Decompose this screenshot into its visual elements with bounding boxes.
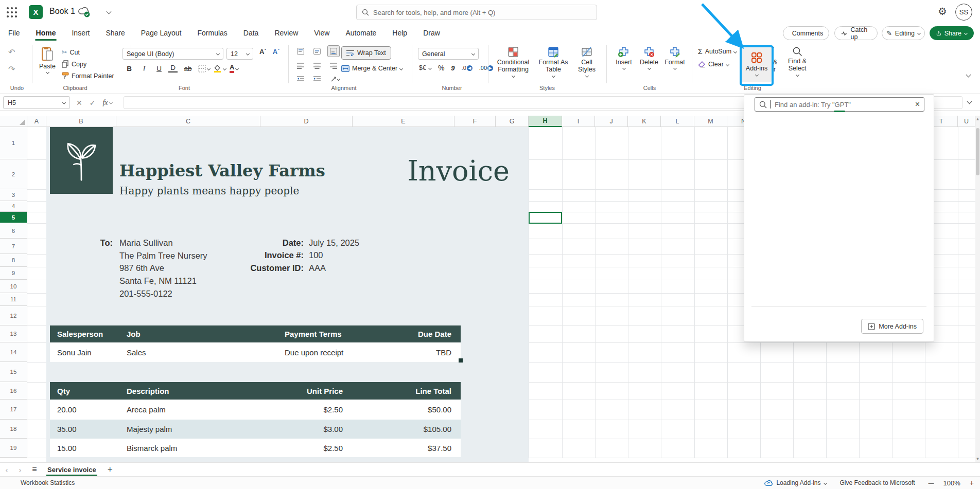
paste-button[interactable]: Paste xyxy=(36,46,59,74)
app-launcher-icon[interactable] xyxy=(6,7,18,18)
column-header-K[interactable]: K xyxy=(628,116,661,127)
menu-tab-insert[interactable]: Insert xyxy=(71,27,91,39)
align-left-button[interactable] xyxy=(294,60,307,71)
excel-logo[interactable]: X xyxy=(29,5,43,19)
table-cell[interactable]: $2.50 xyxy=(281,439,350,457)
row-header-2[interactable]: 2 xyxy=(0,159,27,189)
number-format-select[interactable]: General xyxy=(418,48,479,60)
align-middle-button[interactable] xyxy=(311,45,323,57)
row-header-6[interactable]: 6 xyxy=(0,223,27,239)
table-cell[interactable]: Due upon receipt xyxy=(277,342,404,362)
vertical-scrollbar-thumb[interactable] xyxy=(976,128,979,175)
menu-tab-page-layout[interactable]: Page Layout xyxy=(140,27,183,39)
settings-gear-icon[interactable]: ⚙ xyxy=(938,5,947,17)
find-select-button[interactable]: Find & Select xyxy=(784,46,810,76)
italic-button[interactable]: I xyxy=(138,64,150,73)
row-header-8[interactable]: 8 xyxy=(0,254,27,267)
column-header-H[interactable]: H xyxy=(529,116,562,127)
zoom-in-icon[interactable]: + xyxy=(970,479,974,487)
row-header-16[interactable]: 16 xyxy=(0,382,27,400)
redo-icon[interactable]: ↷ xyxy=(8,64,15,74)
table-cell[interactable]: Sales xyxy=(119,342,277,362)
workbook-statistics[interactable]: Workbook Statistics xyxy=(21,479,75,486)
table-cell[interactable]: $105.00 xyxy=(350,420,461,439)
table-header-cell[interactable]: Salesperson xyxy=(50,325,119,342)
column-header-D[interactable]: D xyxy=(260,116,353,127)
menu-tab-file[interactable]: File xyxy=(7,27,21,39)
table-cell[interactable]: 20.00 xyxy=(50,400,119,420)
table-header-cell[interactable]: Line Total xyxy=(350,382,461,400)
copy-button[interactable]: Copy xyxy=(62,60,114,68)
cell-styles-button[interactable]: Cell Styles xyxy=(572,46,601,77)
formula-bar-expand-chevron-icon[interactable] xyxy=(967,99,972,104)
row-header-14[interactable]: 14 xyxy=(0,342,27,362)
clear-button[interactable]: Clear xyxy=(698,61,737,68)
increase-decimal-button[interactable]: .00▶ xyxy=(479,65,493,71)
row-header-18[interactable]: 18 xyxy=(0,420,27,439)
table-cell[interactable]: $2.50 xyxy=(281,400,350,420)
font-name-select[interactable]: Segoe UI (Body) xyxy=(122,48,223,60)
font-size-select[interactable]: 12 xyxy=(226,48,253,60)
row-header-7[interactable]: 7 xyxy=(0,239,27,254)
table-header-cell[interactable]: Due Date xyxy=(404,325,461,342)
selected-cell-H5[interactable] xyxy=(529,212,562,224)
column-header-U[interactable]: U xyxy=(958,116,975,127)
loading-add-ins[interactable]: Loading Add-ins xyxy=(764,479,826,486)
table-cell[interactable]: Sonu Jain xyxy=(50,342,119,362)
table-header-cell[interactable]: Job xyxy=(119,325,277,342)
table-cell[interactable]: Majesty palm xyxy=(119,420,281,439)
row-header-12[interactable]: 12 xyxy=(0,306,27,325)
table-cell[interactable]: $50.00 xyxy=(350,400,461,420)
cell-name-box[interactable]: H5 xyxy=(3,96,70,109)
decrease-indent-button[interactable] xyxy=(294,73,307,85)
accounting-format-button[interactable]: $€ xyxy=(419,64,431,71)
insert-function-button[interactable]: fx xyxy=(102,99,112,107)
format-painter-button[interactable]: Format Painter xyxy=(62,72,114,80)
comma-style-button[interactable]: 9 xyxy=(451,64,454,72)
column-header-A[interactable]: A xyxy=(27,116,46,127)
align-bottom-button[interactable] xyxy=(327,45,340,57)
row-header-5[interactable]: 5 xyxy=(0,212,27,223)
scroll-up-icon[interactable]: ▲ xyxy=(975,117,980,121)
table-cell[interactable]: $37.50 xyxy=(350,439,461,457)
insert-cells-button[interactable]: Insert xyxy=(612,46,635,69)
sheet-tab-service-invoice[interactable]: Service invoice xyxy=(46,464,97,475)
previous-sheet-icon[interactable]: ‹ xyxy=(0,465,13,474)
column-header-J[interactable]: J xyxy=(595,116,628,127)
next-sheet-icon[interactable]: › xyxy=(13,465,27,474)
table-cell[interactable]: 35.00 xyxy=(50,420,119,439)
zoom-level[interactable]: 100% xyxy=(943,479,960,487)
share-button[interactable]: Share xyxy=(930,26,974,40)
undo-icon[interactable]: ↶ xyxy=(8,47,15,57)
title-chevron-down-icon[interactable] xyxy=(107,9,112,14)
column-header-B[interactable]: B xyxy=(46,116,116,127)
double-underline-button[interactable]: D xyxy=(168,64,178,73)
scroll-down-icon[interactable]: ▼ xyxy=(975,457,980,461)
account-avatar[interactable]: SS xyxy=(955,4,972,21)
cancel-entry-icon[interactable]: ✕ xyxy=(76,99,82,107)
conditional-formatting-button[interactable]: Conditional Formatting xyxy=(493,46,533,77)
table-fill-handle[interactable] xyxy=(459,358,463,363)
underline-button[interactable]: U xyxy=(153,65,165,73)
column-header-E[interactable]: E xyxy=(353,116,454,127)
align-top-button[interactable] xyxy=(294,45,307,57)
menu-tab-review[interactable]: Review xyxy=(273,27,299,39)
row-header-17[interactable]: 17 xyxy=(0,400,27,420)
row-header-15[interactable]: 15 xyxy=(0,362,27,382)
row-header-4[interactable]: 4 xyxy=(0,201,27,212)
comments-button[interactable]: Comments xyxy=(783,26,829,40)
clear-search-icon[interactable]: × xyxy=(915,100,920,108)
wrap-text-button[interactable]: Wrap Text xyxy=(341,46,391,60)
row-header-10[interactable]: 10 xyxy=(0,280,27,293)
delete-cells-button[interactable]: Delete xyxy=(637,46,661,69)
format-cells-button[interactable]: Format xyxy=(663,46,687,69)
menu-tab-help[interactable]: Help xyxy=(391,27,408,39)
table-cell[interactable]: TBD xyxy=(404,342,461,362)
row-header-9[interactable]: 9 xyxy=(0,267,27,280)
catch-up-button[interactable]: Catch up xyxy=(834,26,878,40)
orientation-button[interactable] xyxy=(327,73,343,85)
menu-tab-home[interactable]: Home xyxy=(35,27,57,39)
menu-tab-view[interactable]: View xyxy=(313,27,330,39)
table-cell[interactable]: 15.00 xyxy=(50,439,119,457)
table-cell[interactable]: Bismarck palm xyxy=(119,439,281,457)
